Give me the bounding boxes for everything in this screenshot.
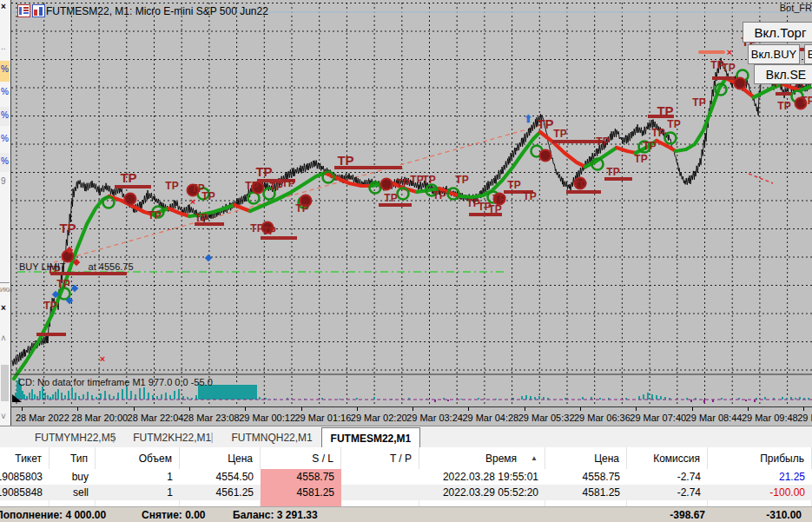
svg-text:TP: TP xyxy=(201,190,215,202)
time-axis-label: 28 Mar 22:04 xyxy=(128,413,184,423)
cell: 4581.25 xyxy=(261,485,341,500)
cell: 4561.25 xyxy=(180,485,261,500)
cell: 2022.03.29 05:52:20 xyxy=(419,485,545,500)
column-header-7[interactable]: Цена xyxy=(545,447,627,469)
svg-text:TP: TP xyxy=(56,278,69,290)
axis-tick xyxy=(692,407,693,411)
axis-tick xyxy=(636,407,637,411)
svg-text:TP: TP xyxy=(396,177,409,189)
indicator-label: CD: No data for timeframe M1 977.0 0.0 -… xyxy=(18,377,213,387)
svg-text:TP: TP xyxy=(634,153,647,165)
svg-text:TP: TP xyxy=(573,179,586,191)
tab-FUTMNQH22,M1[interactable]: FUTMNQH22,M1 xyxy=(222,428,320,447)
chart-type-icon[interactable] xyxy=(32,4,45,17)
buy-limit-label: BUY LIMITat 4556.75 xyxy=(19,261,134,272)
svg-text:TP: TP xyxy=(596,135,609,148)
table-row[interactable]: 219085848sell14561.254581.252022.03.29 0… xyxy=(0,485,812,500)
column-header-2[interactable]: Объем xyxy=(96,447,180,469)
list-item[interactable]: % xyxy=(0,61,10,82)
svg-text:TP: TP xyxy=(59,221,76,235)
cell: 219085803 xyxy=(0,469,50,485)
svg-text:TP: TP xyxy=(606,166,619,178)
column-header-9[interactable]: Прибыль xyxy=(708,447,812,469)
time-axis-label: 29 Mar 00:12 xyxy=(239,413,295,423)
ellipsis-label: .. xyxy=(1,42,6,51)
svg-text:TP: TP xyxy=(488,203,501,215)
cell: sell xyxy=(50,485,96,500)
cell: 2022.03.28 19:55:01 xyxy=(419,469,545,485)
close-icon[interactable]: × xyxy=(1,2,6,11)
axis-tick xyxy=(77,407,78,411)
cell: -2.74 xyxy=(627,469,708,485)
cell: 1 xyxy=(96,469,180,485)
left-panel-sliver: × .. % % % % % 9 ИКИ × ˄ ˅ xyxy=(0,0,11,426)
svg-text:TP: TP xyxy=(148,209,161,221)
commission-total: -398.67 xyxy=(670,509,705,521)
time-axis: 28 Mar 202228 Mar 20:0028 Mar 22:0428 Ma… xyxy=(11,406,812,426)
close-icon[interactable]: × xyxy=(1,303,6,313)
cell xyxy=(341,485,419,500)
clipped-label: ИКИ xyxy=(0,287,12,293)
svg-text:TP: TP xyxy=(455,174,468,186)
svg-text:TP: TP xyxy=(165,180,178,192)
list-item[interactable]: % xyxy=(0,107,10,126)
ea-button-1[interactable]: Вкл.BUY xyxy=(748,44,800,64)
column-header-0[interactable]: Тикет xyxy=(0,447,50,469)
axis-tick xyxy=(748,407,749,411)
ea-button-2[interactable]: В xyxy=(804,44,812,64)
column-header-3[interactable]: Цена xyxy=(180,447,261,469)
tab-separator: | xyxy=(112,431,115,443)
time-axis-label: 29 Mar 09:48 xyxy=(742,413,798,423)
list-item[interactable]: % xyxy=(0,83,10,102)
scroll-up-icon[interactable]: ˄ xyxy=(1,334,6,343)
divider xyxy=(0,282,10,283)
column-header-4[interactable]: S / L xyxy=(261,447,341,469)
svg-text:TP: TP xyxy=(43,300,56,312)
svg-text:×: × xyxy=(727,47,732,57)
axis-tick xyxy=(413,407,413,411)
cell: buy xyxy=(50,469,96,485)
list-item[interactable]: % xyxy=(0,153,10,172)
column-header-8[interactable]: Комиссия xyxy=(627,447,708,469)
table-header-row: ТикетТипОбъемЦенаS / LT / PВремя▲ЦенаКом… xyxy=(0,447,812,470)
svg-text:⬆: ⬆ xyxy=(524,113,532,125)
time-axis-label: 29 Mar 04:28 xyxy=(462,413,518,423)
cell: -100.00 xyxy=(708,485,812,500)
svg-text:TP: TP xyxy=(722,62,735,74)
sort-arrow-icon: ▲ xyxy=(531,454,538,462)
cell: 219085848 xyxy=(0,485,50,500)
price-chart[interactable]: ×××⬆TPTPTPTPTPTPTPTPTPTPTPTPTPTPTPTPTPTP… xyxy=(0,0,812,426)
tab-FUTM2KH22,M1[interactable]: FUTM2KH22,M1 xyxy=(124,428,220,447)
cell: -2.74 xyxy=(627,485,708,500)
tab-FUTMESM22,M1[interactable]: FUTMESM22,M1 xyxy=(321,427,421,448)
scroll-down-icon[interactable]: ˅ xyxy=(1,412,6,421)
tab-separator: | xyxy=(210,431,213,443)
svg-text:TP: TP xyxy=(262,225,275,237)
scrollbar-thumb[interactable] xyxy=(1,365,9,401)
ea-name-label: Bot_FR xyxy=(780,3,812,13)
cell xyxy=(341,469,419,485)
column-header-6[interactable]: Время▲ xyxy=(419,447,545,469)
ea-button-0[interactable]: Вкл.Торг xyxy=(743,22,812,43)
ea-button-3[interactable]: Вкл.SE xyxy=(754,64,812,84)
tab-FUTMYMH22,M5[interactable]: FUTMYMH22,M5 xyxy=(26,428,124,447)
svg-text:TP: TP xyxy=(537,116,553,131)
svg-text:TP: TP xyxy=(651,127,664,139)
mt5-window: ×××⬆TPTPTPTPTPTPTPTPTPTPTPTPTPTPTPTPTPTP… xyxy=(0,0,812,522)
cell: 4558.75 xyxy=(261,469,341,485)
svg-text:TP: TP xyxy=(255,164,272,179)
list-item[interactable]: % xyxy=(0,130,10,149)
table-row[interactable]: 219085803buy14554.504558.752022.03.28 19… xyxy=(0,469,812,485)
cell: 21.25 xyxy=(708,469,812,485)
column-header-5[interactable]: T / P xyxy=(341,447,419,469)
chart-list-icon[interactable] xyxy=(17,4,30,17)
axis-tick xyxy=(301,407,302,411)
svg-text:TP: TP xyxy=(692,96,705,109)
svg-text:TP: TP xyxy=(422,174,435,186)
column-header-1[interactable]: Тип xyxy=(50,447,96,469)
withdrawal-total: Снятие: 0.00 xyxy=(142,509,206,521)
cell: 4554.50 xyxy=(180,469,261,485)
svg-text:TP: TP xyxy=(295,202,308,215)
svg-text:TP: TP xyxy=(281,177,294,189)
svg-text:TP: TP xyxy=(523,190,536,202)
